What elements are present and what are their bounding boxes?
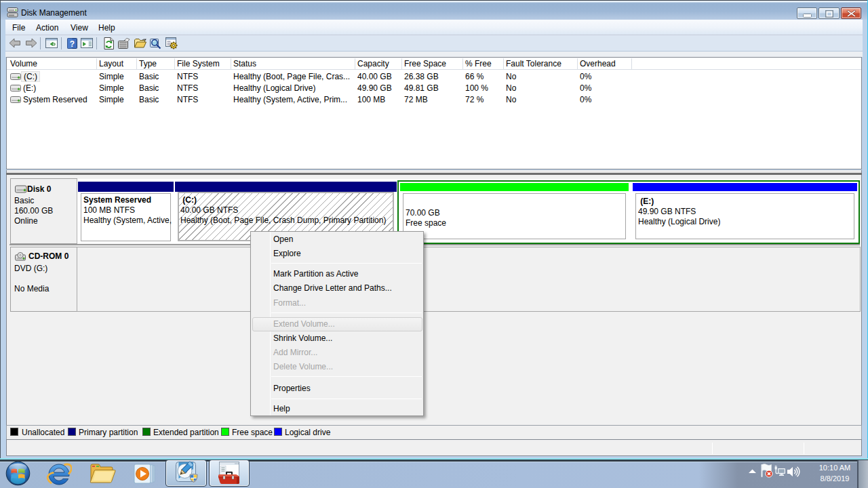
svg-text:?: ? bbox=[70, 39, 75, 49]
